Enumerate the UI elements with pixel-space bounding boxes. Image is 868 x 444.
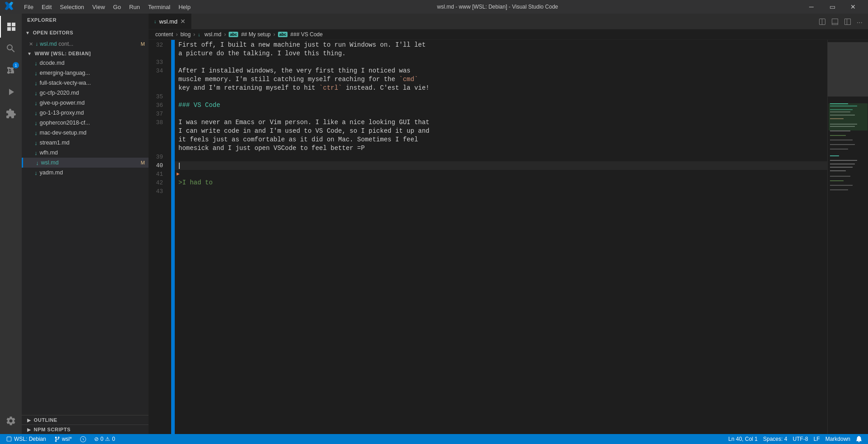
status-bar: WSL: Debian wsl* ⊘ 0 ⚠ 0 Ln 40, Col 1 Sp…	[0, 434, 868, 444]
line-num-33: 33	[149, 58, 167, 67]
open-editors-chevron: ▼	[25, 30, 30, 35]
close-file-icon[interactable]: ✕	[29, 41, 33, 47]
close-button[interactable]: ✕	[843, 0, 863, 14]
file-item-yadm[interactable]: ↓ yadm.md	[22, 168, 149, 178]
activity-search[interactable]	[0, 38, 22, 59]
file-item-wfh[interactable]: ↓ wfh.md	[22, 148, 149, 158]
file-item-gc-cfp[interactable]: ↓ gc-cfp-2020.md	[22, 88, 149, 98]
code-content[interactable]: First off, I built a new machine just to…	[175, 40, 827, 434]
line-num-39: 39	[149, 153, 167, 161]
file-item-mac-dev[interactable]: ↓ mac-dev-setup.md	[22, 128, 149, 138]
tab-wsl-md[interactable]: ↓ wsl.md ✕	[149, 14, 192, 29]
code-text-ctrl: `ctrl`	[319, 84, 342, 92]
explorer-header[interactable]: EXPLORER	[22, 14, 149, 26]
window-controls: ─ ▭ ✕	[801, 0, 863, 14]
code-line-34: After I installed windows, the very firs…	[175, 67, 827, 75]
wsl-status[interactable]: WSL: Debian	[4, 434, 48, 444]
file-item-gophercon[interactable]: ↓ gophercon2018-cf...	[22, 118, 149, 128]
fold-icon: ▶	[177, 170, 180, 179]
svg-rect-20	[830, 185, 853, 186]
vscode-logo	[5, 1, 14, 13]
code-text: it feels just as comfortable as it did o…	[178, 135, 418, 144]
bell-icon	[856, 436, 862, 442]
code-blockquote: >I had to	[178, 179, 213, 187]
line-num-wrap4	[149, 127, 167, 135]
toggle-sidebar-icon[interactable]	[842, 16, 853, 29]
file-icon: ↓	[34, 70, 38, 77]
file-item-stream1[interactable]: ↓ stream1.md	[22, 138, 149, 148]
activity-source-control[interactable]: 1	[0, 59, 22, 81]
file-name-yadm: yadm.md	[40, 169, 63, 176]
active-file-indicator	[22, 158, 23, 168]
line-num-wrap5	[149, 135, 167, 144]
maximize-button[interactable]: ▭	[822, 0, 843, 14]
file-list: ↓ dcode.md ↓ emerging-languag... ↓ full-…	[22, 58, 149, 415]
activity-run[interactable]	[0, 81, 22, 103]
npm-scripts-header[interactable]: ▶ NPM SCRIPTS	[22, 425, 149, 434]
menu-selection[interactable]: Selection	[56, 3, 87, 11]
sidebar: EXPLORER ▼ OPEN EDITORS ✕ ↓ wsl.md cont.…	[22, 14, 149, 434]
open-file-item[interactable]: ✕ ↓ wsl.md cont... M	[22, 39, 149, 49]
menu-run[interactable]: Run	[125, 3, 144, 11]
file-item-go-proxy[interactable]: ↓ go-1-13-proxy.md	[22, 108, 149, 118]
breadcrumb-vs-code[interactable]: ### VS Code	[290, 31, 322, 38]
open-file-path: cont...	[58, 41, 73, 47]
spaces-status[interactable]: Spaces: 4	[761, 434, 789, 444]
activity-extensions[interactable]	[0, 103, 22, 125]
svg-rect-15	[830, 164, 855, 164]
menu-terminal[interactable]: Terminal	[144, 3, 174, 11]
file-name-gophercon: gophercon2018-cf...	[40, 120, 90, 126]
split-editor-icon[interactable]	[817, 16, 828, 29]
menu-help[interactable]: Help	[175, 3, 194, 11]
menu-file[interactable]: File	[20, 3, 37, 11]
tab-close-button[interactable]: ✕	[180, 18, 186, 25]
active-line-bar	[171, 40, 175, 434]
breadcrumb-wsl-md[interactable]: wsl.md	[205, 31, 221, 38]
code-text: instead. C'est la vie!	[342, 84, 429, 92]
file-item-fullstack[interactable]: ↓ full-stack-vecty-wa...	[22, 78, 149, 88]
code-text: a picture do the talking. I love this th…	[178, 49, 346, 58]
notifications-status[interactable]	[854, 434, 864, 444]
activity-settings[interactable]	[0, 410, 22, 432]
file-item-dcode[interactable]: ↓ dcode.md	[22, 58, 149, 68]
file-icon: ↓	[34, 120, 38, 126]
breadcrumb-blog[interactable]: blog	[180, 31, 191, 38]
code-editor[interactable]: 32 33 34 35 36 37 38 39 40 41 42 43	[149, 40, 868, 434]
menu-go[interactable]: Go	[110, 3, 125, 11]
status-right: Ln 40, Col 1 Spaces: 4 UTF-8 LF Markdown	[726, 434, 864, 444]
encoding-status[interactable]: UTF-8	[791, 434, 810, 444]
menu-edit[interactable]: Edit	[38, 3, 55, 11]
menu-view[interactable]: View	[89, 3, 109, 11]
language-status[interactable]: Markdown	[823, 434, 853, 444]
svg-rect-12	[830, 149, 848, 150]
branch-status[interactable]: wsl*	[52, 434, 74, 444]
code-heading: ### VS Code	[178, 101, 220, 110]
breadcrumb-my-setup[interactable]: ## My setup	[241, 31, 270, 38]
outline-header[interactable]: ▶ OUTLINE	[22, 415, 149, 425]
file-item-emerging[interactable]: ↓ emerging-languag...	[22, 68, 149, 78]
minimize-button[interactable]: ─	[801, 0, 822, 14]
file-name-stream1: stream1.md	[40, 140, 70, 146]
file-item-give-up[interactable]: ↓ give-up-power.md	[22, 98, 149, 108]
open-editors-header[interactable]: ▼ OPEN EDITORS	[22, 26, 149, 39]
editor-area: ↓ wsl.md ✕	[149, 14, 868, 434]
line-num-wrap2	[149, 75, 167, 84]
eol-status[interactable]: LF	[811, 434, 822, 444]
npm-chevron: ▶	[27, 427, 31, 432]
file-item-wsl[interactable]: ↓ wsl.md M	[22, 158, 149, 168]
breadcrumb-sep-4: ›	[273, 31, 275, 38]
wsl-modified-badge: M	[141, 160, 145, 165]
activity-explorer[interactable]	[0, 16, 22, 38]
breadcrumb-content[interactable]: content	[155, 31, 173, 38]
line-num-wrap1	[149, 49, 167, 58]
code-line-33	[175, 58, 827, 67]
line-num-34: 34	[149, 67, 167, 75]
errors-status[interactable]: ⊘ 0 ⚠ 0	[92, 434, 117, 444]
more-actions-icon[interactable]: ···	[855, 17, 864, 29]
branch-label: wsl*	[62, 436, 72, 442]
toggle-panel-icon[interactable]	[830, 16, 840, 29]
npm-label: NPM SCRIPTS	[34, 427, 71, 432]
folder-header[interactable]: ▼ WWW [WSL: DEBIAN]	[22, 49, 149, 58]
position-status[interactable]: Ln 40, Col 1	[726, 434, 760, 444]
sync-status[interactable]	[78, 434, 88, 444]
